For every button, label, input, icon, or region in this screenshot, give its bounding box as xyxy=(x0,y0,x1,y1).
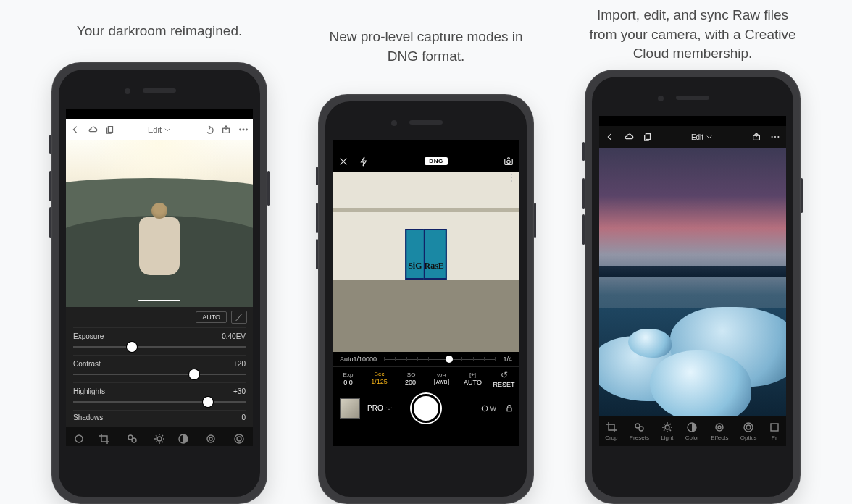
edit-top-bar: Edit xyxy=(66,119,253,140)
undo-icon[interactable] xyxy=(204,125,214,135)
contrast-thumb[interactable] xyxy=(189,369,199,379)
mode-effects[interactable]: Effects xyxy=(711,421,728,441)
phone-1-frame: Edit xyxy=(51,62,267,504)
mode-light[interactable]: Light xyxy=(661,421,673,441)
mode-color[interactable]: Color xyxy=(685,421,699,441)
preview-image[interactable] xyxy=(66,140,253,307)
svg-point-21 xyxy=(774,136,776,138)
more-icon[interactable] xyxy=(238,125,248,135)
shutter-row: PRO W xyxy=(333,391,519,426)
exposure-thumb[interactable] xyxy=(127,342,137,352)
capture-meta-row: Exp0.0 Sec1/125 ISO200 WBAWB [+]AUTO ↺RE… xyxy=(333,366,519,391)
close-icon[interactable] xyxy=(338,156,348,167)
exposure-label: Exposure xyxy=(73,332,104,340)
svg-point-12 xyxy=(235,434,243,443)
mode-presets[interactable]: Presets xyxy=(630,421,649,441)
shadows-value: 0 xyxy=(241,413,246,427)
meta-wb[interactable]: WBAWB xyxy=(430,372,454,385)
mode-effects[interactable]: Effects xyxy=(202,433,220,447)
mode-presets[interactable]: Presets xyxy=(122,433,141,447)
mode-color[interactable]: Color xyxy=(177,433,191,447)
highlights-slider[interactable]: Highlights+30 xyxy=(73,382,246,410)
svg-point-13 xyxy=(237,437,241,441)
svg-rect-31 xyxy=(771,424,778,431)
mode-light[interactable]: Light xyxy=(153,433,165,447)
edit-top-bar-dark: Edit xyxy=(599,126,786,148)
switch-camera-icon[interactable] xyxy=(504,156,514,167)
highlights-value: +30 xyxy=(233,387,246,395)
svg-point-4 xyxy=(246,129,248,130)
svg-point-20 xyxy=(772,136,773,138)
preview-image[interactable] xyxy=(599,148,786,416)
mode-optics[interactable]: Optics xyxy=(231,433,248,447)
meta-reset[interactable]: ↺RESET xyxy=(493,370,516,388)
svg-rect-17 xyxy=(507,408,511,411)
copy-icon[interactable] xyxy=(105,125,115,135)
share-icon[interactable] xyxy=(751,132,761,142)
back-icon[interactable] xyxy=(605,132,615,142)
copy-icon[interactable] xyxy=(643,132,653,142)
contrast-slider[interactable]: Contrast+20 xyxy=(73,355,246,382)
mode-pr[interactable]: Pr xyxy=(769,421,780,441)
svg-point-27 xyxy=(716,424,723,431)
mode-selective[interactable]: ective xyxy=(72,433,87,447)
edit-label[interactable]: Edit xyxy=(148,125,162,134)
mode-optics[interactable]: Optics xyxy=(740,421,757,441)
back-icon[interactable] xyxy=(70,125,80,135)
lock-toggle[interactable] xyxy=(505,404,514,413)
caption-3: Import, edit, and sync Raw files from yo… xyxy=(577,0,809,70)
chevron-down-icon[interactable] xyxy=(164,126,171,133)
svg-point-11 xyxy=(209,437,212,440)
meta-exp[interactable]: Exp0.0 xyxy=(337,371,360,386)
svg-point-5 xyxy=(75,435,83,442)
exposure-slider[interactable]: Exposure-0.40EV xyxy=(73,327,246,355)
shadows-label: Shadows xyxy=(73,413,103,427)
camera-top-bar: DNG xyxy=(333,151,519,172)
highlights-thumb[interactable] xyxy=(203,397,213,407)
graffiti-text: SiG RasE xyxy=(408,262,444,270)
contrast-label: Contrast xyxy=(73,360,101,368)
svg-rect-18 xyxy=(646,134,650,140)
shutter-button[interactable] xyxy=(412,394,440,423)
svg-point-28 xyxy=(718,426,721,429)
status-bar xyxy=(66,109,253,119)
dng-badge[interactable]: DNG xyxy=(425,157,447,165)
svg-point-22 xyxy=(777,136,779,138)
mode-crop[interactable]: Crop xyxy=(605,421,617,441)
more-icon[interactable] xyxy=(770,132,780,142)
viewfinder-menu-icon[interactable]: ⋮ xyxy=(506,175,517,180)
status-bar xyxy=(333,140,519,151)
flash-icon[interactable] xyxy=(359,156,369,167)
scale-auto[interactable]: Auto xyxy=(340,356,354,363)
export-icon[interactable] xyxy=(221,125,231,135)
meta-ae[interactable]: [+]AUTO xyxy=(462,371,485,386)
scale-thumb[interactable] xyxy=(446,356,453,363)
svg-point-7 xyxy=(132,438,136,442)
highlights-label: Highlights xyxy=(73,387,105,395)
svg-point-29 xyxy=(744,423,753,432)
mode-crop[interactable]: Crop xyxy=(98,433,110,447)
cloud-icon[interactable] xyxy=(88,125,98,135)
svg-point-8 xyxy=(157,437,162,441)
scale-min: 1/10000 xyxy=(354,356,377,363)
status-bar xyxy=(599,116,786,126)
exposure-value: -0.40EV xyxy=(220,332,246,340)
chevron-down-icon[interactable] xyxy=(706,133,713,140)
edit-mode-bar: ective Crop Presets Light Color Effects … xyxy=(66,427,253,446)
shutter-scale[interactable]: Auto 1/10000 1/4 xyxy=(333,352,519,366)
pro-mode-selector[interactable]: PRO xyxy=(367,404,393,412)
edit-label[interactable]: Edit xyxy=(691,133,703,141)
svg-point-10 xyxy=(207,435,214,442)
meta-sec[interactable]: Sec1/125 xyxy=(368,371,391,387)
viewfinder[interactable]: SiG RasE ⋮ xyxy=(333,172,519,352)
meta-iso[interactable]: ISO200 xyxy=(399,371,422,386)
last-photo-thumbnail[interactable] xyxy=(340,398,360,419)
cloud-icon[interactable] xyxy=(624,132,634,142)
tone-curve-button[interactable] xyxy=(231,311,247,324)
caption-2: New pro-level capture modes in DNG forma… xyxy=(310,0,542,94)
svg-point-2 xyxy=(240,129,241,130)
phone-3-frame: Edit xyxy=(585,70,801,504)
auto-button[interactable]: AUTO xyxy=(196,311,227,323)
wide-toggle[interactable]: W xyxy=(480,404,497,413)
shadows-slider[interactable]: Shadows 0 xyxy=(73,410,246,427)
